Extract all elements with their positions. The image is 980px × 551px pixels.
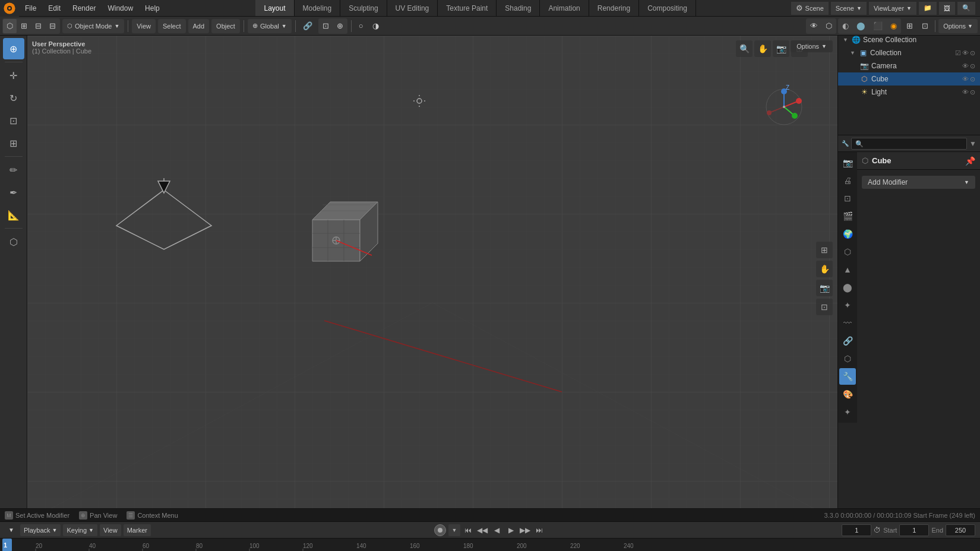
blender-logo[interactable] xyxy=(0,0,19,17)
tab-layout[interactable]: Layout xyxy=(255,0,294,16)
start-frame-input[interactable] xyxy=(899,524,929,536)
render-icon[interactable]: 🖼 xyxy=(939,2,955,15)
xray-toggle[interactable]: ⬡ xyxy=(822,19,836,33)
ev-shading[interactable]: ◉ xyxy=(887,19,900,33)
engine-selector[interactable]: ⚙ Scene xyxy=(791,2,829,15)
prop-tab-view-layer[interactable]: ⊡ xyxy=(839,190,856,207)
menu-file[interactable]: File xyxy=(19,0,42,16)
play-back-btn[interactable]: ◀ xyxy=(490,524,503,537)
tab-compositing[interactable]: Compositing xyxy=(639,0,696,16)
prop-tab-object[interactable]: ⬡ xyxy=(839,243,856,260)
tab-modeling[interactable]: Modeling xyxy=(295,0,341,16)
tool-move[interactable]: ✛ xyxy=(3,65,24,86)
rendered-shading[interactable]: ⬛ xyxy=(870,19,886,33)
outliner-cube[interactable]: ⬡ Cube 👁 ⊙ xyxy=(838,72,980,86)
playback-dropdown[interactable]: Playback ▼ xyxy=(20,524,61,536)
end-frame-input[interactable] xyxy=(946,524,975,536)
vp-icon-btn-2[interactable]: ✋ xyxy=(816,261,833,277)
timeline-type-btn[interactable]: ▼ xyxy=(5,523,18,537)
timeline-view-dropdown[interactable]: View xyxy=(100,524,121,536)
camera-object[interactable] xyxy=(105,178,223,273)
viewport-gizmo[interactable]: Z xyxy=(760,83,808,131)
snap-icon-1[interactable]: ⊡ xyxy=(319,19,333,33)
tool-rotate[interactable]: ↻ xyxy=(3,87,24,109)
prop-tab-material[interactable]: ⬤ xyxy=(839,279,856,296)
tab-rendering[interactable]: Rendering xyxy=(589,0,639,16)
menu-render[interactable]: Render xyxy=(67,0,102,16)
collection-eye-icon[interactable]: 👁 xyxy=(962,49,969,57)
record-dropdown[interactable]: ▼ xyxy=(448,524,460,536)
btn-object[interactable]: Object xyxy=(211,19,240,33)
marker-dropdown[interactable]: Marker xyxy=(124,524,151,536)
tab-uv-editing[interactable]: UV Editing xyxy=(387,0,438,16)
viewport-icon-1[interactable]: ⬡ xyxy=(3,19,17,33)
tool-transform[interactable]: ⊞ xyxy=(3,132,24,154)
prop-tab-particles-2[interactable]: ✦ xyxy=(839,404,856,420)
prop-tab-scene[interactable]: 🎬 xyxy=(839,208,856,224)
prop-tab-world[interactable]: 🌍 xyxy=(839,226,856,242)
prop-tab-render[interactable]: 📷 xyxy=(839,154,856,171)
prop-tab-mesh[interactable]: ▲ xyxy=(839,261,856,278)
prop-tab-constraints[interactable]: 🔗 xyxy=(839,332,856,349)
snap-toggle[interactable]: 🔗 xyxy=(299,19,316,33)
prop-tab-modifiers[interactable]: 🔧 xyxy=(839,368,856,385)
options-btn[interactable]: Options ▼ xyxy=(938,19,978,33)
prop-tab-object-data[interactable]: ⬡ xyxy=(839,350,856,367)
play-btn[interactable]: ▶ xyxy=(504,524,517,537)
btn-add[interactable]: Add xyxy=(188,19,210,33)
timeline-track[interactable]: 20 40 60 80 100 120 140 160 180 200 220 … xyxy=(0,539,980,551)
solid-shading[interactable]: ◐ xyxy=(839,19,852,33)
btn-select[interactable]: Select xyxy=(158,19,186,33)
viewport-icon-3[interactable]: ⊟ xyxy=(31,19,45,33)
btn-view[interactable]: View xyxy=(132,19,156,33)
prop-tab-physics[interactable]: 〰 xyxy=(839,315,856,331)
menu-window[interactable]: Window xyxy=(102,0,139,16)
snap-icon-2[interactable]: ⊕ xyxy=(333,19,347,33)
properties-search[interactable] xyxy=(851,138,967,150)
tab-sculpting[interactable]: Sculpting xyxy=(340,0,387,16)
prop-tab-particles[interactable]: ✦ xyxy=(839,297,856,314)
scene-selector[interactable]: Scene ▼ xyxy=(831,2,867,15)
step-forward-btn[interactable]: ▶▶ xyxy=(519,524,532,537)
camera-view-icon[interactable]: 📷 xyxy=(773,40,789,57)
vp-icon-btn-3[interactable]: 📷 xyxy=(816,280,833,296)
tool-scale[interactable]: ⊡ xyxy=(3,110,24,131)
add-modifier-btn[interactable]: Add Modifier ▼ xyxy=(862,176,975,189)
light-render-icon[interactable]: ⊙ xyxy=(970,88,975,96)
current-frame-input[interactable] xyxy=(842,524,871,536)
properties-filter-btn[interactable]: ▼ xyxy=(969,140,976,148)
light-eye-icon[interactable]: 👁 xyxy=(962,88,969,96)
tool-add-cube[interactable]: ⬡ xyxy=(3,231,24,252)
properties-pin[interactable]: 📌 xyxy=(965,156,975,166)
outliner-light[interactable]: ☀ Light 👁 ⊙ xyxy=(838,86,980,99)
viewport-3d[interactable]: User Perspective (1) Collection | Cube xyxy=(27,36,837,521)
step-back-btn[interactable]: ◀◀ xyxy=(476,524,489,537)
search-icon-top[interactable]: 🔍 xyxy=(957,2,975,15)
zoom-plus-icon[interactable]: 🔍 xyxy=(736,40,753,57)
tab-shading[interactable]: Shading xyxy=(497,0,540,16)
tool-annotate-2[interactable]: ✒ xyxy=(3,182,24,203)
viewport-icon-2[interactable]: ⊞ xyxy=(17,19,31,33)
tab-texture-paint[interactable]: Texture Paint xyxy=(438,0,497,16)
menu-help[interactable]: Help xyxy=(139,0,166,16)
menu-edit[interactable]: Edit xyxy=(42,0,67,16)
jump-start-btn[interactable]: ⏮ xyxy=(461,524,475,537)
prop-tab-output[interactable]: 🖨 xyxy=(839,172,856,189)
camera-eye-icon[interactable]: 👁 xyxy=(962,62,969,70)
view-layer-selector[interactable]: ViewLayer ▼ xyxy=(869,2,916,15)
layout-icon[interactable]: ⊞ xyxy=(903,19,916,33)
vp-icon-btn-1[interactable]: ⊞ xyxy=(816,242,833,258)
camera-render-icon[interactable]: ⊙ xyxy=(970,62,975,70)
transform-orientation[interactable]: ⊕ Global ▼ xyxy=(248,19,292,33)
material-shading[interactable]: ⬤ xyxy=(853,19,869,33)
tool-annotate[interactable]: ✏ xyxy=(3,159,24,180)
tool-cursor[interactable]: ⊕ xyxy=(3,38,24,59)
outliner-collection[interactable]: ▼ ▣ Collection ☑ 👁 ⊙ xyxy=(838,46,980,59)
keyframe-btn[interactable]: ⏱ xyxy=(874,526,881,534)
mode-selector[interactable]: ⬡ Object Mode ▼ xyxy=(62,19,124,33)
vp-icon-btn-4[interactable]: ⊡ xyxy=(816,299,833,315)
editor-icon[interactable]: ⊡ xyxy=(918,19,932,33)
record-btn[interactable] xyxy=(434,524,446,536)
jump-end-btn[interactable]: ⏭ xyxy=(533,524,546,537)
outliner-camera[interactable]: 📷 Camera 👁 ⊙ xyxy=(838,59,980,72)
